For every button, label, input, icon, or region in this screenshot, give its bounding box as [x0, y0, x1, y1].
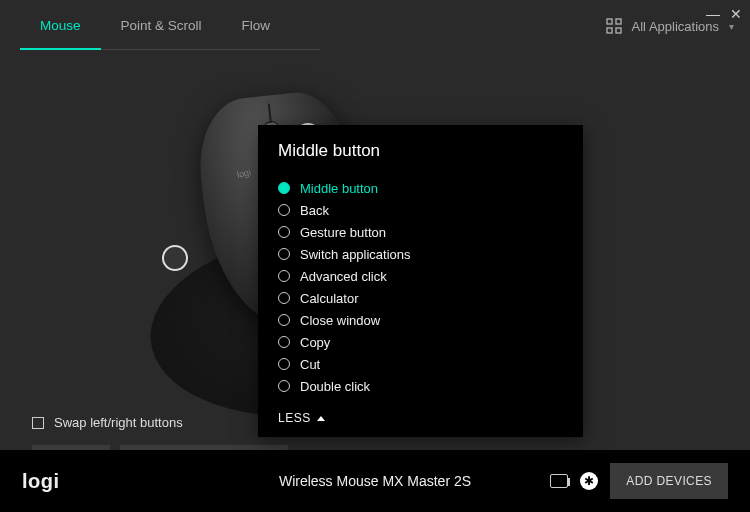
- less-toggle[interactable]: LESS: [258, 401, 583, 437]
- option-gesture-button[interactable]: Gesture button: [278, 221, 573, 243]
- option-double-click[interactable]: Double click: [278, 375, 573, 397]
- svg-rect-3: [616, 28, 621, 33]
- option-back[interactable]: Back: [278, 199, 573, 221]
- brand-logo: logi: [22, 470, 60, 493]
- less-label: LESS: [278, 411, 311, 425]
- tab-flow[interactable]: Flow: [222, 2, 291, 49]
- option-label: Back: [300, 203, 329, 218]
- hotspot-thumb-button[interactable]: [162, 245, 188, 271]
- device-name: Wireless Mouse MX Master 2S: [279, 473, 471, 489]
- swap-checkbox[interactable]: [32, 417, 44, 429]
- radio-icon: [278, 270, 290, 282]
- options-list: Middle button Back Gesture button Switch…: [258, 173, 583, 401]
- radio-icon: [278, 358, 290, 370]
- option-label: Cut: [300, 357, 320, 372]
- radio-icon: [278, 380, 290, 392]
- radio-icon: [278, 314, 290, 326]
- svg-rect-2: [607, 28, 612, 33]
- tab-mouse[interactable]: Mouse: [20, 2, 101, 49]
- option-label: Advanced click: [300, 269, 387, 284]
- option-label: Double click: [300, 379, 370, 394]
- battery-icon[interactable]: [550, 474, 568, 488]
- chevron-up-icon: [317, 416, 325, 421]
- app-grid-icon[interactable]: [606, 18, 622, 34]
- popover-title: Middle button: [258, 125, 583, 173]
- radio-icon: [278, 204, 290, 216]
- minimize-button[interactable]: —: [706, 6, 720, 22]
- action-popover: Middle button Middle button Back Gesture…: [258, 125, 583, 437]
- option-label: Gesture button: [300, 225, 386, 240]
- tab-bar: Mouse Point & Scroll Flow All Applicatio…: [0, 0, 750, 50]
- chevron-down-icon: ▾: [729, 21, 734, 32]
- radio-icon: [278, 226, 290, 238]
- option-switch-applications[interactable]: Switch applications: [278, 243, 573, 265]
- swap-label: Swap left/right buttons: [54, 415, 183, 430]
- add-devices-button[interactable]: ADD DEVICES: [610, 463, 728, 499]
- radio-icon: [278, 182, 290, 194]
- mouse-brand-text: logi: [236, 167, 252, 180]
- option-copy[interactable]: Copy: [278, 331, 573, 353]
- option-label: Calculator: [300, 291, 359, 306]
- option-label: Close window: [300, 313, 380, 328]
- option-label: Switch applications: [300, 247, 411, 262]
- option-middle-button[interactable]: Middle button: [278, 177, 573, 199]
- radio-icon: [278, 336, 290, 348]
- radio-icon: [278, 292, 290, 304]
- radio-icon: [278, 248, 290, 260]
- option-calculator[interactable]: Calculator: [278, 287, 573, 309]
- option-label: Middle button: [300, 181, 378, 196]
- svg-rect-1: [616, 19, 621, 24]
- svg-rect-0: [607, 19, 612, 24]
- option-label: Copy: [300, 335, 330, 350]
- option-advanced-click[interactable]: Advanced click: [278, 265, 573, 287]
- option-cut[interactable]: Cut: [278, 353, 573, 375]
- option-close-window[interactable]: Close window: [278, 309, 573, 331]
- receiver-icon[interactable]: ✱: [580, 472, 598, 490]
- close-button[interactable]: ✕: [730, 6, 742, 22]
- footer: logi Wireless Mouse MX Master 2S ✱ ADD D…: [0, 450, 750, 512]
- tab-point-scroll[interactable]: Point & Scroll: [101, 2, 222, 49]
